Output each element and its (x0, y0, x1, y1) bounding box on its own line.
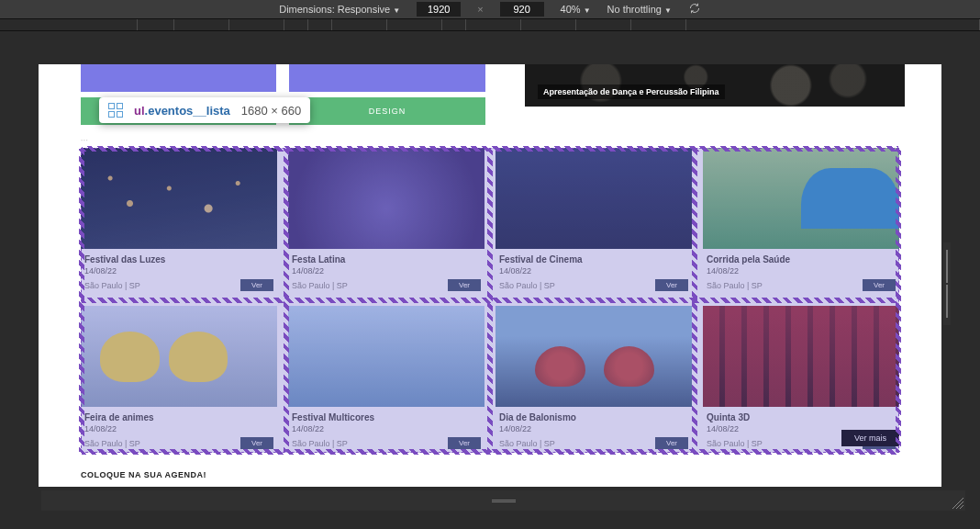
chevron-down-icon: ▼ (393, 6, 400, 15)
viewport-height-input[interactable] (500, 2, 544, 17)
chevron-down-icon: ▼ (664, 6, 672, 15)
devtools-ruler (0, 18, 980, 31)
devtools-device-toolbar: Dimensions: Responsive▼ × 40%▼ No thrott… (0, 0, 980, 18)
viewport-width-input[interactable] (417, 2, 461, 17)
zoom-dropdown[interactable]: 40%▼ (561, 4, 591, 15)
times-label: × (477, 4, 483, 15)
chevron-down-icon: ▼ (584, 6, 591, 15)
throttling-dropdown[interactable]: No throttling▼ (607, 4, 672, 15)
rotate-icon[interactable] (688, 2, 701, 17)
dimensions-dropdown[interactable]: Dimensions: Responsive▼ (279, 4, 400, 15)
